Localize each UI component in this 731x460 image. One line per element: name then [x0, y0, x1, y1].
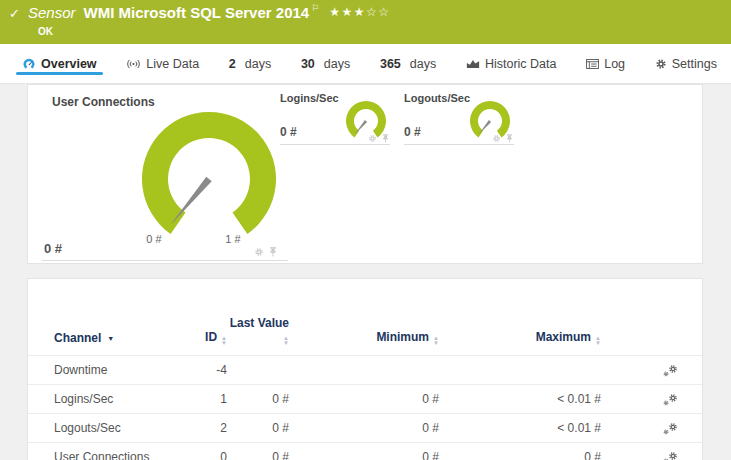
tab-label: Settings — [672, 57, 717, 71]
sensor-title-row: Sensor WMI Microsoft SQL Server 2014 ⚐ ★… — [28, 4, 391, 22]
sort-icon: ▲▼ — [595, 336, 601, 345]
cell-channel[interactable]: User Connections — [54, 450, 182, 460]
cell-channel[interactable]: Logins/Sec — [54, 392, 182, 406]
channel-settings-icon[interactable] — [663, 364, 678, 377]
channel-settings-icon[interactable] — [663, 393, 678, 406]
col-header-last-value[interactable]: Last Value▲▼ — [227, 316, 289, 345]
gauge-block-logouts: Logouts/Sec 0 # — [404, 92, 514, 145]
tab-label: days — [410, 57, 436, 71]
tab-label: Log — [604, 57, 625, 71]
tab-bar: Overview Live Data 2 days 30 days 365 da… — [0, 44, 731, 84]
pin-icon[interactable] — [506, 134, 513, 143]
cell-id: 2 — [182, 421, 227, 435]
col-header-label: Channel — [54, 331, 101, 345]
tab-label: Historic Data — [485, 57, 557, 71]
gear-icon — [655, 58, 667, 70]
cell-maximum: < 0.01 # — [439, 421, 601, 435]
table-row: Downtime -4 — [28, 355, 702, 384]
col-header-label: ID — [205, 330, 217, 344]
cell-last-value: 0 # — [227, 392, 289, 406]
col-header-maximum[interactable]: Maximum▲▼ — [439, 330, 601, 345]
cell-maximum: 0 # — [439, 450, 601, 460]
cell-channel[interactable]: Downtime — [54, 363, 182, 377]
cell-channel[interactable]: Logouts/Sec — [54, 421, 182, 435]
gauges-panel: User Connections 0 # 1 # 0 # Logins/Sec … — [27, 84, 703, 264]
tab-live-data[interactable]: Live Data — [118, 44, 207, 83]
tab-log[interactable]: Log — [578, 44, 633, 83]
tab-number: 365 — [380, 57, 401, 71]
tab-label: Overview — [41, 57, 97, 71]
tab-2-days[interactable]: 2 days — [221, 44, 279, 83]
sensor-title: WMI Microsoft SQL Server 2014 — [84, 4, 310, 22]
tab-number: 2 — [229, 57, 236, 71]
channel-settings-icon[interactable] — [663, 451, 678, 460]
priority-stars[interactable]: ★★★☆☆ — [329, 5, 390, 19]
tab-365-days[interactable]: 365 days — [372, 44, 444, 83]
col-header-label: Last Value — [230, 316, 289, 330]
gauge-value: 0 # — [280, 125, 297, 139]
channel-table-panel: Channel▼ ID▲▼ Last Value▲▼ Minimum▲▼ Max… — [27, 278, 703, 460]
sensor-kind-label: Sensor — [28, 4, 76, 22]
log-icon — [586, 59, 599, 69]
cell-minimum: 0 # — [289, 421, 439, 435]
gear-icon[interactable] — [254, 247, 264, 257]
gauge-needle — [170, 177, 212, 226]
tab-label: days — [324, 57, 350, 71]
gauge-canvas — [129, 105, 289, 240]
tab-historic-data[interactable]: Historic Data — [458, 44, 565, 83]
table-header-row: Channel▼ ID▲▼ Last Value▲▼ Minimum▲▼ Max… — [28, 279, 702, 355]
cell-id: 1 — [182, 392, 227, 406]
col-header-label: Minimum — [376, 330, 429, 344]
cell-last-value: 0 # — [227, 421, 289, 435]
col-header-id[interactable]: ID▲▼ — [182, 330, 227, 345]
divider — [42, 260, 288, 261]
cell-id: -4 — [182, 363, 227, 377]
cell-minimum: 0 # — [289, 450, 439, 460]
tab-overview[interactable]: Overview — [14, 44, 105, 83]
gear-icon[interactable] — [492, 134, 501, 143]
main-gauge: 0 # 1 # — [129, 105, 289, 253]
col-header-channel[interactable]: Channel▼ — [54, 331, 182, 345]
broadcast-icon — [126, 58, 141, 70]
gauge-arc — [470, 101, 510, 137]
cell-minimum: 0 # — [289, 392, 439, 406]
cell-last-value: 0 # — [227, 450, 289, 460]
sensor-status-bar: ✓ Sensor WMI Microsoft SQL Server 2014 ⚐… — [0, 0, 731, 44]
status-text: OK — [38, 26, 53, 37]
tab-settings[interactable]: Settings — [647, 44, 725, 83]
table-row: Logouts/Sec 2 0 # 0 # < 0.01 # — [28, 413, 702, 442]
gauge-icon — [22, 57, 36, 71]
area-chart-icon — [466, 58, 480, 69]
gauge-value: 0 # — [404, 125, 421, 139]
sorted-desc-icon: ▼ — [107, 335, 114, 342]
gear-icon[interactable] — [368, 134, 377, 143]
gauge-scale-max: 1 # — [213, 233, 253, 245]
gauge-title: Logouts/Sec — [404, 92, 470, 104]
gauge-tools — [492, 134, 513, 143]
gauge-needle — [478, 120, 491, 135]
gauge-block-logins: Logins/Sec 0 # — [280, 92, 390, 145]
tab-label: days — [245, 57, 271, 71]
gauge-title: Logins/Sec — [280, 92, 339, 104]
table-row: User Connections 0 0 # 0 # 0 # — [28, 442, 702, 460]
pin-icon[interactable] — [382, 134, 389, 143]
cell-id: 0 — [182, 450, 227, 460]
tab-30-days[interactable]: 30 days — [293, 44, 358, 83]
tab-number: 30 — [301, 57, 315, 71]
col-header-label: Maximum — [536, 330, 591, 344]
tab-label: Live Data — [146, 57, 199, 71]
status-check-icon: ✓ — [9, 6, 20, 21]
gauge-arc — [142, 112, 276, 234]
main-gauge-tools — [254, 247, 277, 257]
pin-icon[interactable] — [269, 247, 277, 257]
flag-icon: ⚐ — [311, 3, 319, 13]
main-gauge-value: 0 # — [44, 241, 62, 256]
gauge-tools — [368, 134, 389, 143]
gauge-arc — [346, 101, 386, 137]
channel-settings-icon[interactable] — [663, 422, 678, 435]
gauge-scale-min: 0 # — [134, 233, 174, 245]
gauge-needle — [354, 120, 367, 135]
col-header-minimum[interactable]: Minimum▲▼ — [289, 330, 439, 345]
table-row: Logins/Sec 1 0 # 0 # < 0.01 # — [28, 384, 702, 413]
cell-maximum: < 0.01 # — [439, 392, 601, 406]
